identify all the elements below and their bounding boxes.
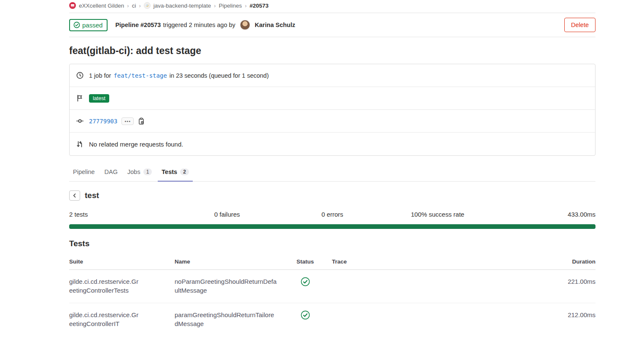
test-suite-cell: gilde.ci.cd.restservice.GreetingControll…: [69, 310, 175, 328]
table-row: gilde.ci.cd.restservice.GreetingControll…: [69, 303, 595, 336]
status-passed-icon: [73, 22, 80, 28]
copy-commit-sha-button[interactable]: [138, 117, 145, 125]
tab-jobs[interactable]: Jobs 1: [124, 164, 156, 181]
tests-heading: Tests: [69, 239, 595, 248]
suite-stats: 2 tests 0 failures 0 errors 100% success…: [69, 211, 595, 218]
chevron-left-icon: [72, 193, 78, 198]
pipeline-info-card: 1 job for feat/test-stage in 23 seconds …: [69, 64, 595, 156]
job-count-text: 1 job for: [89, 72, 111, 79]
chevron-right-icon: ›: [127, 3, 129, 9]
test-name-cell: noParamGreetingShouldReturnDefaultMessag…: [175, 277, 296, 295]
tab-dag[interactable]: DAG: [101, 164, 121, 181]
test-name-cell: paramGreetingShouldReturnTailoredMessage: [175, 310, 296, 328]
column-name: Name: [175, 258, 296, 265]
stat-success-rate: 100% success rate: [385, 211, 490, 218]
job-summary-row: 1 job for feat/test-stage in 23 seconds …: [70, 64, 595, 87]
pipeline-header: passed Pipeline #20573 triggered 2 minut…: [69, 13, 595, 37]
chevron-right-icon: ›: [214, 3, 216, 9]
job-duration-text: in 23 seconds (queued for 1 second): [170, 72, 269, 79]
flag-icon: [76, 95, 84, 102]
chevron-right-icon: ›: [139, 3, 140, 9]
test-passed-icon: [301, 277, 310, 286]
tab-label: DAG: [105, 168, 118, 175]
author-name-link[interactable]: Karina Schulz: [255, 22, 295, 28]
stat-failures: 0 failures: [175, 211, 280, 218]
test-passed-icon: [301, 310, 310, 320]
column-duration: Duration: [522, 258, 595, 265]
tab-pipeline[interactable]: Pipeline: [69, 164, 99, 181]
commit-sha-link[interactable]: 27779903: [89, 118, 117, 125]
commit-ellipsis-button[interactable]: •••: [121, 117, 134, 125]
test-status-cell: [296, 277, 332, 288]
breadcrumb-pipeline-id: #20573: [250, 3, 269, 9]
test-suite-header: test: [69, 190, 595, 201]
jobs-count-badge: 1: [143, 168, 152, 175]
back-button[interactable]: [69, 190, 80, 201]
ellipsis-icon: •••: [124, 119, 131, 124]
delete-pipeline-button[interactable]: Delete: [564, 18, 595, 32]
pipeline-number: Pipeline #20573: [115, 22, 161, 28]
author-avatar[interactable]: [240, 20, 250, 30]
tab-label: Tests: [162, 168, 177, 175]
test-suite-cell: gilde.ci.cd.restservice.GreetingControll…: [69, 277, 175, 295]
job-summary-text: 1 job for feat/test-stage in 23 seconds …: [89, 72, 269, 79]
latest-badge: latest: [89, 94, 109, 103]
pipeline-triggered-text: triggered 2 minutes ago by: [163, 22, 235, 28]
column-status: Status: [296, 258, 332, 265]
stat-errors: 0 errors: [280, 211, 385, 218]
suite-name: test: [85, 191, 99, 200]
breadcrumb-group-link[interactable]: eXXcellent Gilden: [79, 3, 124, 9]
breadcrumb-pipelines-link[interactable]: Pipelines: [219, 3, 242, 9]
merge-request-icon: [76, 141, 84, 148]
breadcrumb-subgroup-link[interactable]: ci: [132, 3, 136, 9]
breadcrumb-project-link[interactable]: java-backend-template: [154, 3, 211, 9]
pipeline-status-label: passed: [82, 22, 102, 29]
no-merge-requests-text: No related merge requests found.: [89, 141, 183, 148]
commit-title: feat(gitlab-ci): add test stage: [69, 45, 595, 57]
test-duration-cell: 221.00ms: [522, 277, 595, 286]
ref-labels-row: latest: [70, 87, 595, 110]
chevron-right-icon: ›: [245, 3, 246, 9]
pipeline-tabs: Pipeline DAG Jobs 1 Tests 2: [69, 164, 595, 182]
branch-link[interactable]: feat/test-stage: [113, 72, 167, 79]
pipeline-meta: Pipeline #20573 triggered 2 minutes ago …: [115, 20, 295, 30]
tab-label: Jobs: [127, 168, 140, 175]
breadcrumb: eXXcellent Gilden › ci › java-backend-te…: [69, 0, 595, 13]
test-duration-cell: 212.00ms: [522, 310, 595, 319]
table-row: gilde.ci.cd.restservice.GreetingControll…: [69, 270, 595, 303]
pipeline-page: eXXcellent Gilden › ci › java-backend-te…: [69, 0, 595, 336]
tab-tests[interactable]: Tests 2: [158, 164, 193, 181]
success-progress-bar: [69, 224, 595, 229]
clock-icon: [76, 72, 84, 79]
column-suite: Suite: [69, 258, 175, 265]
stat-duration: 433.00ms: [490, 211, 595, 218]
tab-label: Pipeline: [73, 168, 95, 175]
commit-icon: [76, 117, 84, 125]
stat-tests: 2 tests: [69, 211, 175, 218]
test-status-cell: [296, 310, 332, 322]
tests-table: Suite Name Status Trace Duration gilde.c…: [69, 255, 595, 336]
clipboard-icon: [138, 117, 145, 125]
tests-count-badge: 2: [180, 168, 189, 175]
tests-table-header: Suite Name Status Trace Duration: [69, 255, 595, 270]
pipeline-status-badge: passed: [69, 19, 108, 31]
merge-requests-row: No related merge requests found.: [70, 133, 595, 155]
group-avatar-icon: [69, 2, 76, 9]
column-trace: Trace: [332, 258, 522, 265]
project-avatar-icon: [144, 2, 151, 9]
commit-row: 27779903 •••: [70, 110, 595, 133]
